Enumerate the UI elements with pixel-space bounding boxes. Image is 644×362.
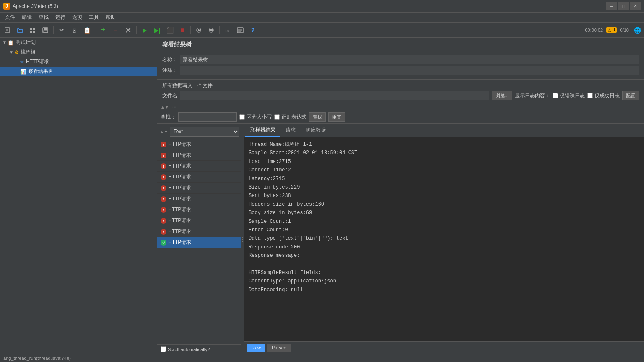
- config-button[interactable]: 配置: [622, 91, 639, 100]
- result-detail: 取样器结果 请求 响应数据 Thread Name:线程组 1-1 Sample…: [244, 124, 644, 354]
- tab-response-data[interactable]: 响应数据: [301, 124, 331, 137]
- menu-bar: 文件 编辑 查找 运行 选项 工具 帮助: [0, 13, 644, 23]
- new-button[interactable]: [2, 24, 13, 36]
- global-settings-button[interactable]: 🌐: [632, 25, 642, 35]
- svg-text:fx: fx: [225, 28, 229, 33]
- svg-rect-10: [44, 31, 47, 32]
- field-sample-count: Sample Count:1: [249, 217, 639, 226]
- list-collapse-btn[interactable]: ▲▼: [160, 129, 168, 134]
- menu-run[interactable]: 运行: [52, 13, 69, 22]
- svg-marker-14: [198, 29, 200, 31]
- result-label-10: HTTP请求: [168, 239, 191, 246]
- error-only-check-item: 仅错误日志: [553, 92, 585, 99]
- menu-options[interactable]: 选项: [69, 13, 86, 22]
- svg-rect-5: [33, 28, 35, 30]
- collapse-search-btn[interactable]: ▲▼: [161, 105, 169, 109]
- tab-sampler-result[interactable]: 取样器结果: [245, 124, 280, 137]
- clear-button[interactable]: [122, 24, 134, 36]
- regex-checkbox[interactable]: [274, 114, 280, 120]
- left-panel: ▼ 📋 测试计划 ▼ ⚙ 线程组 ▶ ✏ HTTP请求 ▶ 📊 察看结果树: [0, 38, 157, 354]
- minimize-button[interactable]: ─: [606, 2, 617, 10]
- tree-item-thread-group[interactable]: ▼ ⚙ 线程组: [0, 47, 157, 57]
- menu-edit[interactable]: 编辑: [18, 13, 35, 22]
- result-item-2[interactable]: ! HTTP请求: [157, 150, 241, 161]
- svg-rect-6: [30, 31, 32, 33]
- error-icon-3: !: [161, 163, 166, 169]
- reset-button[interactable]: 重置: [328, 112, 345, 122]
- function-helper-button[interactable]: fx: [222, 24, 234, 36]
- add-button[interactable]: +: [97, 24, 109, 36]
- raw-button[interactable]: Raw: [247, 344, 265, 352]
- save-button[interactable]: [39, 24, 51, 36]
- tab-request[interactable]: 请求: [280, 124, 301, 137]
- error-icon-6: !: [161, 196, 166, 202]
- menu-help[interactable]: 帮助: [102, 13, 119, 22]
- menu-file[interactable]: 文件: [2, 13, 18, 22]
- file-section: 所有数据写入一个文件 文件名 浏览... 显示日志内容： 仅错误日志 仅成功日志…: [157, 80, 644, 103]
- cut-button[interactable]: ✂: [56, 24, 68, 36]
- result-item-8[interactable]: ! HTTP请求: [157, 215, 241, 226]
- tree-item-http-request[interactable]: ▶ ✏ HTTP请求: [0, 57, 157, 67]
- search-input[interactable]: [178, 112, 237, 122]
- field-latency: Latency:2715: [249, 175, 639, 183]
- remove-button[interactable]: −: [110, 24, 122, 36]
- auto-scroll-item: Scroll automatically?: [161, 346, 210, 352]
- comment-input[interactable]: [180, 66, 639, 75]
- toolbar-separator-3: [136, 26, 137, 34]
- window-title: Apache JMeter (5.3): [13, 3, 606, 9]
- result-item-6[interactable]: ! HTTP请求: [157, 194, 241, 204]
- auto-scroll-checkbox[interactable]: [161, 346, 166, 352]
- find-button[interactable]: 查找: [309, 112, 326, 122]
- http-request-icon: ✏: [20, 59, 24, 65]
- regex-label: 正则表达式: [281, 114, 306, 121]
- detail-footer: Raw Parsed: [244, 341, 644, 354]
- log-viewer-button[interactable]: [234, 24, 246, 36]
- open-button[interactable]: [14, 24, 26, 36]
- file-name-input[interactable]: [180, 91, 489, 100]
- result-item-3[interactable]: ! HTTP请求: [157, 161, 241, 172]
- help-button[interactable]: ?: [247, 24, 259, 36]
- result-item-5[interactable]: ! HTTP请求: [157, 183, 241, 194]
- thread-group-icon: ⚙: [14, 49, 19, 55]
- error-only-checkbox[interactable]: [553, 93, 558, 98]
- parsed-button[interactable]: Parsed: [267, 344, 291, 352]
- result-item-4[interactable]: ! HTTP请求: [157, 172, 241, 183]
- log-content-label: 显示日志内容：: [515, 92, 550, 99]
- close-button[interactable]: ✕: [630, 2, 641, 10]
- search-more-btn[interactable]: ···: [171, 104, 178, 110]
- success-only-checkbox[interactable]: [587, 93, 593, 98]
- status-bar: ang_thread_run(thread.java:748): [0, 354, 644, 362]
- auto-scroll-label: Scroll automatically?: [168, 347, 210, 352]
- tree-item-test-plan[interactable]: ▼ 📋 测试计划: [0, 38, 157, 47]
- shutdown-button[interactable]: ⏹: [177, 24, 188, 36]
- paste-button[interactable]: 📋: [81, 24, 93, 36]
- error-icon-1: !: [161, 142, 166, 147]
- result-item-7[interactable]: ! HTTP请求: [157, 204, 241, 215]
- toolbar-timer-section: 00:00:02 △ 0 0/10 🌐: [585, 25, 642, 35]
- browse-button[interactable]: 浏览...: [492, 91, 512, 100]
- start-no-pause-button[interactable]: ▶|: [151, 24, 163, 36]
- field-data-type: Data type ("text"|"bin"|""): text: [249, 234, 639, 243]
- menu-tools[interactable]: 工具: [86, 13, 102, 22]
- start-button[interactable]: ▶: [139, 24, 151, 36]
- expand-arrow-test-plan[interactable]: ▼: [3, 40, 7, 45]
- menu-find[interactable]: 查找: [35, 13, 52, 22]
- maximize-button[interactable]: □: [618, 2, 629, 10]
- result-item-1[interactable]: ! HTTP请求: [157, 139, 241, 150]
- field-size-bytes: Size in bytes:229: [249, 183, 639, 191]
- result-label-9: HTTP请求: [168, 228, 191, 235]
- format-select[interactable]: Text RegExp Tester CSS/JQuery Tester XPa…: [170, 127, 239, 137]
- stop-button[interactable]: ⬛: [164, 24, 176, 36]
- form-section: 名称： 注释：: [157, 52, 644, 80]
- name-input[interactable]: [180, 55, 639, 64]
- case-sensitive-checkbox[interactable]: [239, 114, 245, 120]
- expand-arrow-thread-group[interactable]: ▼: [9, 50, 13, 54]
- remote-start-button[interactable]: [193, 24, 205, 36]
- copy-button[interactable]: ⎘: [68, 24, 80, 36]
- result-item-9[interactable]: ! HTTP请求: [157, 226, 241, 237]
- title-bar: J Apache JMeter (5.3) ─ □ ✕: [0, 0, 644, 13]
- remote-stop-button[interactable]: [205, 24, 217, 36]
- tree-item-result-tree[interactable]: ▶ 📊 察看结果树: [0, 67, 157, 76]
- result-item-10[interactable]: HTTP请求: [157, 237, 241, 248]
- templates-button[interactable]: [27, 24, 39, 36]
